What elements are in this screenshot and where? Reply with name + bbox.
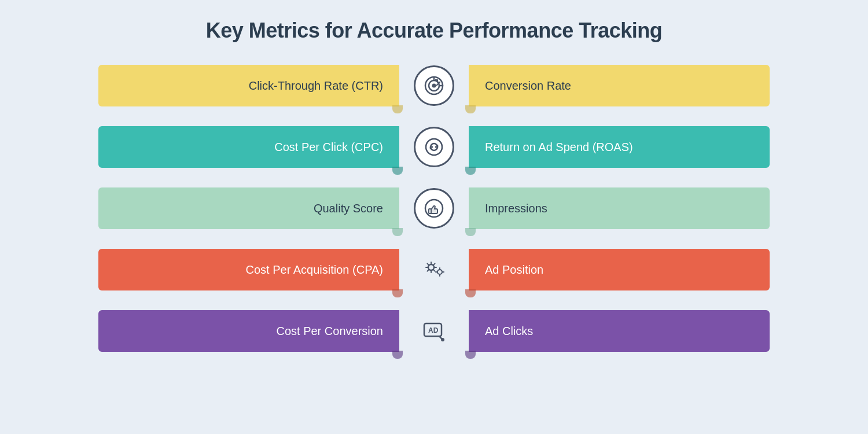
banner-left-3: Cost Per Acquisition (CPA) bbox=[98, 249, 399, 290]
banner-right-text-1: Return on Ad Spend (ROAS) bbox=[485, 141, 633, 154]
icon-cell-1 bbox=[399, 127, 469, 167]
banner-right-2: Impressions bbox=[469, 187, 770, 229]
svg-text:AD: AD bbox=[428, 326, 439, 334]
banner-right-1: Return on Ad Spend (ROAS) bbox=[469, 126, 770, 168]
target-icon bbox=[414, 65, 454, 106]
banner-right-3: Ad Position bbox=[469, 249, 770, 290]
icon-cell-4: AD bbox=[399, 311, 469, 351]
svg-point-2 bbox=[432, 84, 436, 88]
banner-left-text-1: Cost Per Click (CPC) bbox=[274, 141, 383, 154]
metrics-grid: Click-Through Rate (CTR) Conversion Rate… bbox=[98, 59, 770, 358]
svg-point-12 bbox=[441, 338, 444, 341]
page-title: Key Metrics for Accurate Performance Tra… bbox=[206, 19, 662, 43]
icon-cell-0 bbox=[399, 65, 469, 106]
banner-right-text-3: Ad Position bbox=[485, 263, 543, 277]
svg-point-9 bbox=[437, 270, 442, 274]
svg-point-5 bbox=[426, 139, 442, 155]
svg-rect-7 bbox=[429, 209, 431, 214]
banner-right-text-0: Conversion Rate bbox=[485, 79, 571, 93]
banner-left-text-2: Quality Score bbox=[314, 202, 383, 215]
banner-right-0: Conversion Rate bbox=[469, 65, 770, 106]
banner-left-text-3: Cost Per Acquisition (CPA) bbox=[246, 263, 384, 277]
banner-left-1: Cost Per Click (CPC) bbox=[98, 126, 399, 168]
banner-left-text-4: Cost Per Conversion bbox=[276, 325, 383, 338]
icon-cell-2 bbox=[399, 188, 469, 229]
banner-left-4: Cost Per Conversion bbox=[98, 310, 399, 352]
banner-left-0: Click-Through Rate (CTR) bbox=[98, 65, 399, 106]
icon-cell-3 bbox=[399, 249, 469, 290]
settings-icon bbox=[414, 249, 454, 290]
ad-icon: AD bbox=[414, 311, 454, 351]
cycle-icon bbox=[414, 127, 454, 167]
banner-right-4: Ad Clicks bbox=[469, 310, 770, 352]
banner-left-2: Quality Score bbox=[98, 187, 399, 229]
banner-right-text-2: Impressions bbox=[485, 202, 547, 215]
banner-left-text-0: Click-Through Rate (CTR) bbox=[249, 79, 383, 93]
banner-right-text-4: Ad Clicks bbox=[485, 325, 533, 338]
thumbsup-icon bbox=[414, 188, 454, 229]
